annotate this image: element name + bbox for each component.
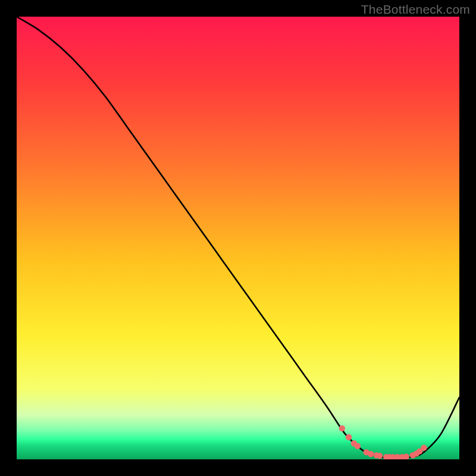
chart-svg — [0, 0, 476, 476]
chart-container: TheBottleneck.com — [0, 0, 476, 476]
marker-dot — [339, 425, 345, 431]
marker-dot — [355, 443, 361, 449]
plot-background — [17, 17, 459, 459]
marker-dot — [403, 453, 409, 459]
marker-dot — [346, 434, 352, 440]
marker-dot — [421, 444, 427, 450]
marker-dot — [377, 453, 383, 459]
marker-dot — [368, 451, 374, 457]
watermark-text: TheBottleneck.com — [361, 2, 470, 17]
